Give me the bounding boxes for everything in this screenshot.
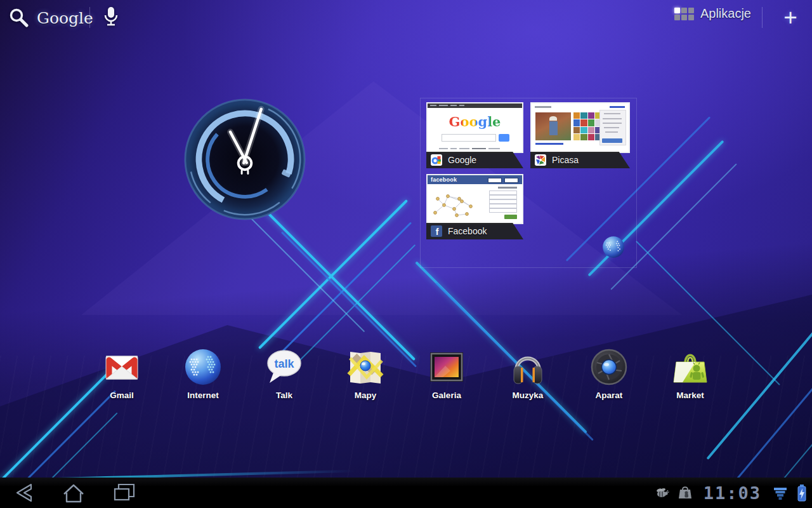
bookmark-widget-google[interactable]: Google Google [426,102,523,168]
bookmark-label-bar: Google [426,152,523,168]
dock-item-gmail[interactable]: Gmail [90,347,154,400]
add-widget-button[interactable]: + [778,3,803,33]
gallery-icon [426,347,467,387]
dock-item-mapy[interactable]: Mapy [334,347,397,400]
bookmark-label-bar: Picasa [530,152,630,168]
svg-text:talk: talk [274,358,294,370]
facebook-page-thumbnail: facebook [426,174,523,224]
dock-label: Talk [276,391,292,400]
apps-button-label: Aplikacje [700,6,751,21]
dock-label: Internet [187,391,219,400]
facebook-favicon: f [431,225,442,237]
bookmark-widget-facebook[interactable]: facebook f [426,174,523,239]
voice-search-button[interactable] [100,4,122,32]
analog-clock-widget[interactable] [183,97,307,222]
home-button[interactable] [56,481,91,504]
dock-item-galeria[interactable]: Galeria [415,347,478,400]
dock-label: Market [676,391,704,400]
facebook-network-graphic [429,186,487,223]
music-headphones-icon [508,347,548,387]
talk-icon: talk [264,347,304,387]
dock-label: Mapy [355,391,377,400]
usb-debug-bee-icon [654,485,669,500]
dock-item-market[interactable]: Market [658,347,722,400]
picasa-favicon [535,154,546,166]
dock-item-internet[interactable]: Internet [171,347,235,400]
browser-globe-shortcut[interactable] [601,234,626,260]
dock-label: Gmail [110,391,134,400]
google-favicon [431,154,442,166]
recent-apps-icon [110,480,139,505]
microphone-icon [100,5,122,30]
plus-icon: + [783,4,797,31]
back-icon [8,480,37,505]
google-page-thumbnail: Google [426,102,523,153]
dock-item-talk[interactable]: talk Talk [252,347,316,400]
bookmark-widget-picasa[interactable]: Picasa [530,102,630,168]
camera-lens-icon [589,347,629,387]
system-bar: 11:03 [0,478,812,508]
globe-icon [601,234,626,260]
bookmark-label: Picasa [552,155,579,165]
bookmark-label: Google [448,155,476,165]
bookmark-label: Facebook [448,226,487,236]
topbar-divider [89,7,90,28]
system-clock: 11:03 [704,483,761,503]
picasa-page-thumbnail [530,102,630,153]
facebook-thumb-logo: facebook [431,177,457,183]
search-icon [8,6,30,29]
signal-strength-icon [773,485,788,501]
back-button[interactable] [5,481,41,504]
analog-clock-icon [183,97,307,222]
topbar-divider [762,7,763,28]
status-tray[interactable]: 11:03 [654,478,807,508]
home-icon [59,480,88,505]
app-dock: Gmail [0,347,812,410]
internet-globe-icon [183,347,223,387]
apps-button[interactable]: Aplikacje [674,6,751,21]
maps-icon [345,347,386,387]
bookmark-label-bar: f Facebook [426,223,523,239]
dock-label: Galeria [432,391,461,400]
market-bag-icon [670,347,710,387]
svg-text:f: f [436,227,439,237]
dock-item-aparat[interactable]: Aparat [577,347,641,400]
dock-item-muzyka[interactable]: Muzyka [496,347,560,400]
wallpaper [0,0,812,508]
apps-grid-icon [674,8,694,20]
dock-label: Aparat [596,391,623,400]
gmail-icon [102,347,142,387]
google-thumb-logo: Google [428,114,522,130]
recent-apps-button[interactable] [107,481,142,504]
market-notification-icon [678,485,692,500]
dock-label: Muzyka [513,391,544,400]
honeycomb-home-screen: Google Aplikacje + [0,0,812,508]
google-logo-text: Google [37,9,93,27]
google-search-widget[interactable]: Google [8,4,93,32]
top-bar: Google Aplikacje + [0,0,812,36]
battery-charging-icon [797,484,807,502]
